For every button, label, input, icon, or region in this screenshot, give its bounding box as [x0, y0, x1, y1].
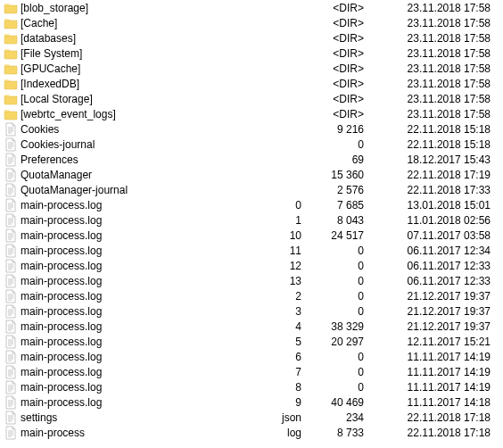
- file-name: main-process.log: [21, 366, 102, 378]
- list-item[interactable]: main-process.log07 68513.01.2018 15:01: [0, 197, 503, 212]
- cell-ext: 7: [262, 366, 307, 378]
- list-item[interactable]: main-process.log18 04311.01.2018 02:56: [0, 212, 503, 228]
- cell-name: settings: [4, 411, 262, 425]
- folder-icon: [4, 31, 18, 46]
- cell-ext: 5: [262, 336, 307, 348]
- list-item[interactable]: main-process.log1024 51707.11.2017 03:58: [0, 228, 503, 243]
- list-item[interactable]: [blob_storage]<DIR>23.11.2018 17:58: [0, 0, 503, 15]
- cell-date: 23.11.2018 17:58: [369, 108, 494, 120]
- cell-ext: 12: [262, 260, 307, 272]
- file-name: main-process.log: [21, 229, 102, 242]
- list-item[interactable]: main-process.log13006.11.2017 12:33: [0, 273, 503, 288]
- file-icon: [4, 198, 18, 212]
- cell-name: main-process.log: [4, 289, 262, 303]
- file-name: main-process: [21, 427, 85, 439]
- list-item[interactable]: settingsjson23422.11.2018 17:18: [0, 410, 503, 425]
- cell-date: 22.11.2018 17:33: [369, 184, 494, 196]
- file-name: [Local Storage]: [21, 93, 93, 105]
- cell-size: <DIR>: [307, 93, 369, 105]
- cell-size: 8 043: [307, 214, 369, 227]
- file-name: main-process.log: [21, 381, 102, 394]
- file-name: QuotaManager-journal: [21, 184, 128, 196]
- cell-date: 06.11.2017 12:33: [369, 275, 494, 287]
- file-icon: [4, 304, 18, 319]
- folder-icon: [4, 46, 18, 61]
- cell-date: 18.12.2017 15:43: [369, 153, 494, 166]
- file-icon: [4, 426, 18, 440]
- cell-date: 21.12.2017 19:37: [369, 305, 494, 318]
- list-item[interactable]: main-process.log3021.12.2017 19:37: [0, 303, 503, 319]
- cell-ext: 9: [262, 396, 307, 409]
- file-icon: [4, 365, 18, 379]
- cell-ext: json: [262, 411, 307, 424]
- list-item[interactable]: main-process.log11006.11.2017 12:34: [0, 243, 503, 258]
- cell-name: main-process.log: [4, 259, 262, 273]
- list-item[interactable]: QuotaManager15 36022.11.2018 17:19: [0, 167, 503, 182]
- list-item[interactable]: main-process.log7011.11.2017 14:19: [0, 364, 503, 379]
- list-item[interactable]: main-process.log520 29712.11.2017 15:21: [0, 334, 503, 349]
- cell-date: 07.11.2017 03:58: [369, 229, 494, 242]
- folder-icon: [4, 1, 18, 15]
- cell-name: main-process.log: [4, 228, 262, 243]
- cell-size: 234: [307, 411, 369, 424]
- cell-ext: 11: [262, 245, 307, 257]
- file-icon: [4, 335, 18, 349]
- list-item[interactable]: main-process.log2021.12.2017 19:37: [0, 288, 503, 303]
- list-item[interactable]: [GPUCache]<DIR>23.11.2018 17:58: [0, 61, 503, 76]
- folder-icon: [4, 77, 18, 91]
- cell-date: 11.11.2017 14:18: [369, 396, 494, 409]
- list-item[interactable]: [databases]<DIR>23.11.2018 17:58: [0, 30, 503, 46]
- list-item[interactable]: main-process.log8011.11.2017 14:19: [0, 379, 503, 394]
- list-item[interactable]: main-processlog8 73322.11.2018 17:18: [0, 425, 503, 440]
- cell-name: [webrtc_event_logs]: [4, 107, 262, 121]
- file-name: main-process.log: [21, 275, 102, 287]
- cell-date: 11.11.2017 14:19: [369, 366, 494, 378]
- cell-name: main-process.log: [4, 274, 262, 288]
- list-item[interactable]: main-process.log12006.11.2017 12:33: [0, 258, 503, 273]
- cell-size: <DIR>: [307, 32, 369, 45]
- list-item[interactable]: main-process.log6011.11.2017 14:19: [0, 349, 503, 364]
- list-item[interactable]: Cookies-journal022.11.2018 15:18: [0, 137, 503, 152]
- list-item[interactable]: [File System]<DIR>23.11.2018 17:58: [0, 46, 503, 61]
- cell-name: [IndexedDB]: [4, 77, 262, 91]
- cell-size: 0: [307, 381, 369, 394]
- list-item[interactable]: [Local Storage]<DIR>23.11.2018 17:58: [0, 91, 503, 106]
- cell-date: 21.12.2017 19:37: [369, 320, 494, 333]
- folder-icon: [4, 62, 18, 76]
- list-item[interactable]: main-process.log940 46911.11.2017 14:18: [0, 394, 503, 410]
- cell-name: main-process.log: [4, 319, 262, 334]
- cell-date: 21.12.2017 19:37: [369, 290, 494, 303]
- cell-ext: 0: [262, 199, 307, 212]
- cell-ext: 3: [262, 305, 307, 318]
- list-item[interactable]: [Cache]<DIR>23.11.2018 17:58: [0, 15, 503, 30]
- file-icon: [4, 244, 18, 258]
- list-item[interactable]: Cookies9 21622.11.2018 15:18: [0, 121, 503, 137]
- list-item[interactable]: main-process.log438 32921.12.2017 19:37: [0, 319, 503, 334]
- cell-date: 22.11.2018 15:18: [369, 123, 494, 136]
- cell-size: 0: [307, 351, 369, 363]
- cell-size: 69: [307, 153, 369, 166]
- list-item[interactable]: Preferences6918.12.2017 15:43: [0, 152, 503, 167]
- cell-name: [Cache]: [4, 16, 262, 30]
- cell-name: [databases]: [4, 31, 262, 46]
- cell-ext: 2: [262, 290, 307, 303]
- file-icon: [4, 213, 18, 228]
- cell-date: 23.11.2018 17:58: [369, 47, 494, 60]
- cell-name: main-process.log: [4, 213, 262, 228]
- cell-date: 22.11.2018 15:18: [369, 138, 494, 151]
- list-item[interactable]: [IndexedDB]<DIR>23.11.2018 17:58: [0, 76, 503, 91]
- file-name: [databases]: [21, 32, 76, 45]
- cell-size: 24 517: [307, 229, 369, 242]
- list-item[interactable]: QuotaManager-journal2 57622.11.2018 17:3…: [0, 182, 503, 197]
- list-item[interactable]: [webrtc_event_logs]<DIR>23.11.2018 17:58: [0, 106, 503, 121]
- cell-date: 22.11.2018 17:19: [369, 169, 494, 181]
- file-icon: [4, 168, 18, 182]
- cell-date: 22.11.2018 17:18: [369, 427, 494, 439]
- cell-date: 06.11.2017 12:33: [369, 260, 494, 272]
- cell-name: [blob_storage]: [4, 1, 262, 15]
- cell-name: [File System]: [4, 46, 262, 61]
- cell-size: 7 685: [307, 199, 369, 212]
- file-name: main-process.log: [21, 199, 102, 212]
- file-list: [blob_storage]<DIR>23.11.2018 17:58[Cach…: [0, 0, 503, 440]
- cell-name: main-process.log: [4, 350, 262, 364]
